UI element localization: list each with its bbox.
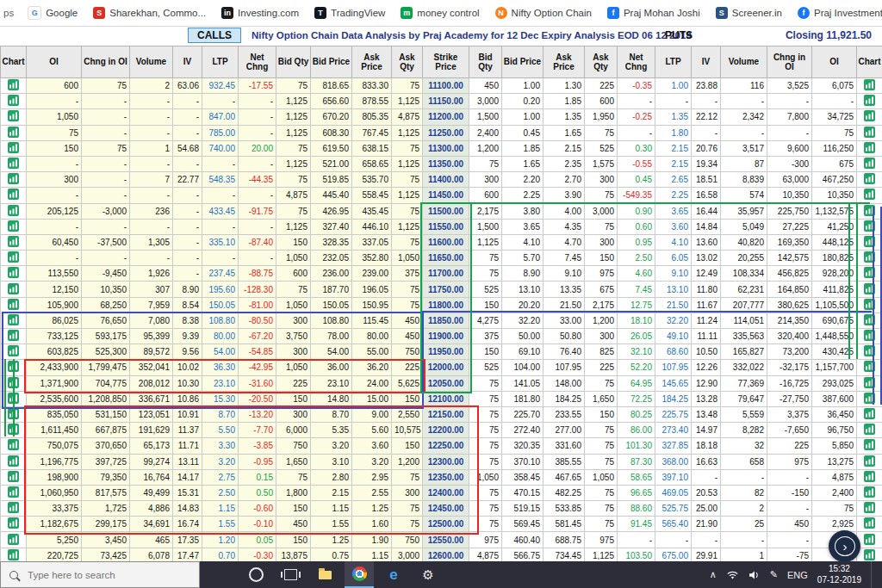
settings-button[interactable]: ⚙ — [413, 561, 443, 588]
bookmark-item[interactable]: SSharekhan, Commo... — [86, 4, 213, 22]
chart-icon[interactable] — [864, 549, 875, 560]
chart-icon[interactable] — [8, 158, 19, 169]
chart-icon[interactable] — [8, 299, 19, 310]
language-indicator[interactable]: ENG — [787, 570, 808, 580]
chart-icon[interactable] — [864, 158, 875, 169]
chart-icon[interactable] — [8, 95, 19, 106]
chrome-button[interactable] — [345, 561, 374, 588]
chart-icon[interactable] — [8, 345, 19, 356]
network-icon[interactable] — [726, 570, 739, 580]
chart-icon[interactable] — [864, 267, 875, 278]
cortana-button[interactable] — [241, 561, 270, 588]
data-cell: - — [721, 469, 767, 485]
chart-icon[interactable] — [8, 549, 19, 560]
chart-icon[interactable] — [8, 330, 19, 341]
chart-icon[interactable] — [864, 95, 875, 106]
data-cell: 2.15 — [655, 140, 692, 156]
chart-icon[interactable] — [8, 502, 19, 513]
chart-icon[interactable] — [864, 236, 875, 247]
bookmark-item[interactable]: fPraj Mohan Joshi — [600, 4, 707, 22]
chart-icon[interactable] — [864, 220, 875, 232]
chart-icon[interactable] — [8, 439, 19, 450]
chart-icon[interactable] — [8, 267, 19, 278]
chart-icon[interactable] — [8, 408, 19, 419]
chart-icon[interactable] — [8, 424, 19, 435]
data-cell: - — [130, 125, 173, 140]
task-view-button[interactable] — [276, 561, 305, 588]
chart-icon[interactable] — [8, 486, 19, 498]
chart-icon[interactable] — [864, 517, 875, 529]
chart-icon[interactable] — [8, 517, 19, 529]
column-header: Chng in OI — [82, 46, 130, 78]
chart-icon[interactable] — [864, 205, 875, 216]
chart-icon[interactable] — [864, 283, 875, 294]
chart-icon[interactable] — [864, 110, 875, 121]
chart-icon[interactable] — [864, 330, 875, 341]
data-cell: 12.75 — [618, 297, 655, 313]
pen-icon[interactable]: ✎ — [770, 569, 778, 580]
search-input[interactable] — [26, 569, 176, 581]
chart-icon[interactable] — [864, 377, 875, 388]
chart-icon[interactable] — [864, 408, 875, 419]
show-desktop-button[interactable] — [871, 561, 875, 588]
chevron-up-icon[interactable]: ∧ — [710, 569, 717, 580]
edge-button[interactable]: e — [379, 561, 408, 588]
bookmark-item[interactable]: mmoney control — [394, 4, 486, 22]
bookmark-item[interactable]: fPraj Investments — [791, 4, 882, 22]
chart-icon[interactable] — [864, 173, 875, 184]
chart-icon[interactable] — [8, 251, 19, 263]
chart-icon[interactable] — [8, 534, 19, 545]
chart-icon[interactable] — [864, 455, 875, 467]
chart-icon[interactable] — [864, 251, 875, 263]
bookmark-item[interactable]: inInvesting.com — [214, 4, 306, 22]
bookmark-item[interactable]: GGoogle — [21, 3, 84, 22]
chart-icon[interactable] — [864, 471, 875, 482]
data-cell: 5,049 — [721, 219, 767, 234]
data-cell: 208,012 — [130, 375, 173, 391]
chart-icon[interactable] — [8, 79, 19, 90]
chart-icon[interactable] — [8, 236, 19, 247]
chart-icon[interactable] — [864, 361, 875, 372]
chart-icon[interactable] — [8, 361, 19, 372]
taskbar-search[interactable] — [0, 561, 200, 588]
chart-icon[interactable] — [864, 534, 875, 545]
chart-icon[interactable] — [864, 299, 875, 310]
chart-icon[interactable] — [8, 189, 19, 200]
chart-icon[interactable] — [864, 393, 875, 404]
chart-icon[interactable] — [8, 314, 19, 325]
bookmark-item[interactable]: NNifty Option Chain — [488, 4, 599, 22]
chart-icon[interactable] — [864, 502, 875, 513]
chart-icon[interactable] — [864, 127, 875, 138]
chart-icon[interactable] — [8, 393, 19, 404]
chart-icon[interactable] — [8, 110, 19, 121]
chart-icon[interactable] — [8, 283, 19, 294]
bookmark-item[interactable]: SScreener.in — [709, 4, 789, 22]
chart-icon[interactable] — [8, 173, 19, 184]
chart-icon[interactable] — [864, 79, 875, 90]
chart-icon[interactable] — [864, 345, 875, 356]
chart-icon[interactable] — [8, 205, 19, 216]
chart-icon[interactable] — [864, 314, 875, 325]
file-explorer-button[interactable] — [310, 561, 339, 588]
chart-icon[interactable] — [864, 424, 875, 435]
chart-icon[interactable] — [8, 220, 19, 232]
chart-icon[interactable] — [8, 377, 19, 388]
bookmark-label: Nifty Option Chain — [512, 8, 592, 18]
scroll-button[interactable]: › — [829, 530, 860, 562]
clock[interactable]: 15:32 07-12-2019 — [817, 564, 861, 585]
speaker-icon[interactable] — [748, 570, 761, 580]
data-cell: 1,060,950 — [27, 485, 82, 500]
chart-icon[interactable] — [8, 471, 19, 482]
data-cell: - — [202, 94, 239, 109]
bookmark-item[interactable]: TTradingView — [307, 4, 392, 22]
chart-icon[interactable] — [8, 127, 19, 138]
search-icon — [9, 571, 18, 579]
chart-icon[interactable] — [8, 142, 19, 153]
apps-label[interactable]: ps — [3, 8, 14, 18]
chart-icon[interactable] — [864, 189, 875, 200]
chart-icon[interactable] — [864, 486, 875, 498]
chart-icon[interactable] — [8, 455, 19, 467]
chart-icon[interactable] — [864, 439, 875, 450]
chart-icon[interactable] — [864, 142, 875, 153]
data-cell: 11550.00 — [423, 219, 469, 234]
